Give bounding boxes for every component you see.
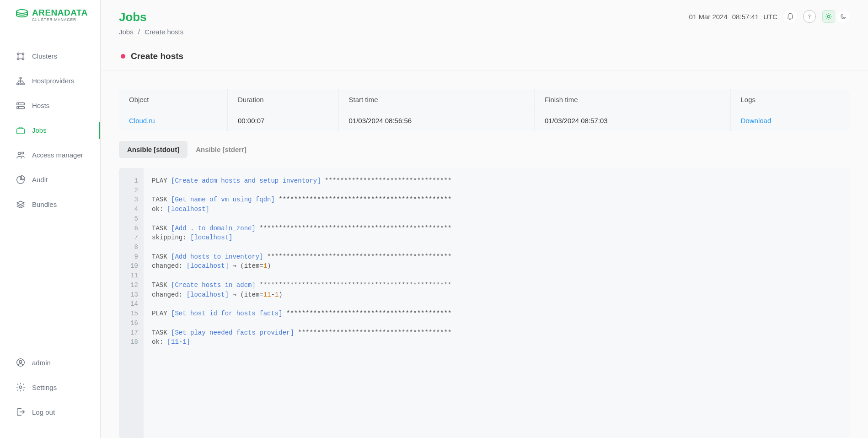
audit-icon (16, 175, 26, 185)
sidebar-item-settings[interactable]: Settings (0, 375, 100, 400)
log-viewer: 123456789101112131415161718 PLAY [Create… (119, 168, 850, 438)
job-name: Create hosts (131, 51, 183, 61)
sidebar: ARENADATA CLUSTER MANAGER Clusters Hostp… (0, 0, 101, 438)
svg-point-8 (23, 83, 25, 85)
col-logs: Logs (730, 89, 850, 110)
status-dot (121, 54, 125, 59)
job-header: Create hosts (101, 40, 868, 71)
page-title: Jobs (119, 10, 183, 24)
svg-point-5 (20, 77, 21, 79)
main: Jobs Jobs / Create hosts 01 Mar 2024 08:… (101, 0, 868, 438)
moon-icon[interactable] (837, 10, 850, 23)
breadcrumb: Jobs / Create hosts (119, 28, 183, 36)
date: 01 Mar 2024 (689, 13, 728, 21)
bell-icon[interactable] (784, 10, 797, 23)
sidebar-item-bundles[interactable]: Bundles (0, 192, 100, 217)
hosts-icon (16, 101, 26, 111)
crumb-current: Create hosts (145, 28, 183, 36)
download-link[interactable]: Download (741, 117, 772, 124)
svg-point-7 (20, 83, 21, 85)
svg-point-18 (19, 386, 22, 389)
sidebar-item-jobs[interactable]: Jobs (0, 118, 100, 143)
sidebar-item-clusters[interactable]: Clusters (0, 44, 100, 69)
logout-icon (16, 407, 26, 417)
tab-stdout[interactable]: Ansible [stdout] (119, 141, 188, 158)
sidebar-item-admin[interactable]: admin (0, 350, 100, 375)
sidebar-item-hosts[interactable]: Hosts (0, 93, 100, 118)
svg-point-20 (827, 15, 830, 17)
svg-point-12 (18, 107, 19, 108)
bundles-icon (16, 200, 26, 210)
crumb-sep: / (138, 28, 140, 36)
object-link[interactable]: Cloud.ru (129, 117, 155, 124)
svg-point-19 (809, 18, 810, 18)
log-tabs: Ansible [stdout] Ansible [stderr] (119, 141, 850, 158)
col-finish: Finish time (535, 89, 731, 110)
sidebar-item-label: Audit (32, 176, 48, 184)
cell-start: 01/03/2024 08:56:56 (338, 110, 535, 131)
sidebar-item-label: Bundles (32, 200, 57, 208)
svg-point-15 (21, 152, 23, 154)
datetime: 01 Mar 2024 08:57:41 UTC (689, 13, 777, 21)
logo-icon (16, 9, 28, 21)
log-content: PLAY [Create adcm hosts and setup invent… (144, 168, 850, 438)
svg-point-2 (22, 53, 24, 54)
time: 08:57:41 (732, 13, 759, 21)
access-manager-icon (16, 150, 26, 160)
col-object: Object (119, 89, 227, 110)
svg-point-14 (18, 152, 21, 155)
col-start: Start time (338, 89, 535, 110)
help-icon[interactable] (803, 10, 816, 23)
svg-point-1 (17, 53, 19, 54)
svg-point-11 (18, 103, 19, 104)
sidebar-item-label: Access manager (32, 151, 83, 159)
brand-tagline: CLUSTER MANAGER (32, 18, 88, 22)
gear-icon (16, 382, 26, 392)
sidebar-item-audit[interactable]: Audit (0, 168, 100, 192)
sidebar-item-label: Clusters (32, 52, 57, 60)
sidebar-item-hostproviders[interactable]: Hostproviders (0, 69, 100, 93)
cell-duration: 00:00:07 (227, 110, 338, 131)
tab-stderr[interactable]: Ansible [stderr] (188, 141, 255, 158)
summary-table: Object Duration Start time Finish time L… (119, 89, 850, 131)
logo: ARENADATA CLUSTER MANAGER (0, 0, 100, 36)
theme-toggle (822, 10, 850, 23)
sidebar-item-label: Hostproviders (32, 77, 75, 85)
cell-finish: 01/03/2024 08:57:03 (535, 110, 731, 131)
jobs-icon (16, 125, 26, 135)
sidebar-item-label: Log out (32, 408, 55, 416)
sidebar-item-label: Settings (32, 384, 57, 391)
svg-rect-13 (17, 129, 25, 134)
svg-point-17 (19, 360, 22, 363)
crumb-jobs[interactable]: Jobs (119, 28, 134, 36)
hostproviders-icon (16, 76, 26, 86)
tz: UTC (763, 13, 777, 21)
svg-point-4 (22, 58, 24, 59)
svg-point-0 (16, 10, 27, 13)
brand-name: ARENADATA (32, 8, 88, 17)
clusters-icon (16, 51, 26, 61)
topbar: Jobs Jobs / Create hosts 01 Mar 2024 08:… (101, 0, 868, 40)
svg-point-6 (17, 83, 19, 85)
sun-icon[interactable] (822, 10, 835, 23)
table-row: Cloud.ru 00:00:07 01/03/2024 08:56:56 01… (119, 110, 850, 131)
user-icon (16, 357, 26, 368)
sidebar-item-access[interactable]: Access manager (0, 143, 100, 168)
sidebar-item-logout[interactable]: Log out (0, 400, 100, 424)
svg-point-3 (17, 58, 19, 59)
line-gutter: 123456789101112131415161718 (119, 168, 144, 438)
sidebar-item-label: admin (32, 359, 51, 367)
sidebar-item-label: Hosts (32, 102, 49, 109)
sidebar-item-label: Jobs (32, 126, 47, 134)
col-duration: Duration (227, 89, 338, 110)
